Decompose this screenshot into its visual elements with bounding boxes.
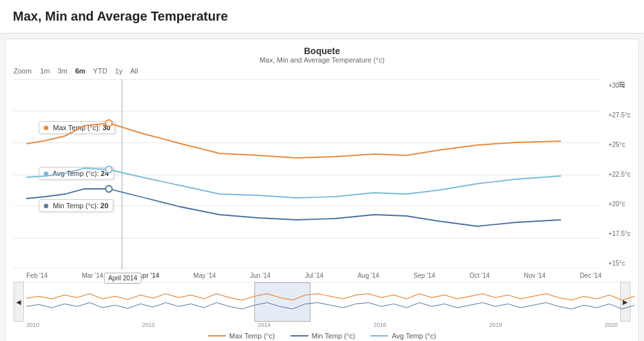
- x-label-nov: Nov '14: [524, 272, 546, 279]
- mini-x-2014: 2014: [258, 322, 270, 328]
- mini-min-line: [26, 302, 635, 309]
- chart-header: Boquete Max, Min and Average Temperature…: [14, 46, 630, 64]
- x-label-mar: Mar '14: [82, 272, 103, 279]
- chart-svg: [26, 79, 561, 269]
- x-label-may: May '14: [193, 272, 216, 279]
- zoom-1m[interactable]: 1m: [38, 66, 52, 75]
- mini-x-labels: 2010 2012 2014 2016 2018 2020: [14, 322, 630, 328]
- legend-max-temp: Max Temp (°c): [208, 332, 275, 340]
- page: Max, Min and Average Temperature ≡ Boque…: [0, 0, 644, 341]
- max-temp-crosshair-dot: [106, 120, 112, 126]
- y-label-275: +27.5°c: [609, 112, 630, 119]
- legend-avg-temp: Avg Temp (°c): [370, 332, 436, 340]
- y-axis-labels: +30°c +27.5°c +25°c +22.5°c +20°c +17.5°…: [609, 79, 630, 269]
- avg-temp-crosshair-dot: [106, 166, 112, 173]
- x-label-feb: Feb '14: [26, 272, 48, 279]
- y-label-15: +15°c: [609, 260, 630, 267]
- y-label-175: +17.5°c: [609, 230, 630, 237]
- mini-max-line: [26, 294, 635, 300]
- mini-x-2018: 2018: [489, 322, 502, 328]
- x-label-jun: Jun '14: [250, 272, 270, 279]
- y-label-20: +20°c: [609, 200, 630, 208]
- min-temp-crosshair-dot: [106, 186, 112, 192]
- zoom-6m[interactable]: 6m: [73, 66, 88, 75]
- min-temp-line: [26, 189, 561, 226]
- zoom-bar: Zoom 1m 3m 6m YTD 1y All: [14, 66, 630, 75]
- legend-avg-line: [370, 335, 388, 336]
- zoom-3m[interactable]: 3m: [55, 66, 69, 75]
- max-temp-line: [26, 123, 561, 158]
- legend-max-label: Max Temp (°c): [229, 332, 275, 340]
- legend-min-label: Min Temp (°c): [312, 332, 355, 340]
- x-label-dec: Dec '14: [580, 272, 601, 279]
- legend: Max Temp (°c) Min Temp (°c) Avg Temp (°c…: [14, 332, 630, 340]
- x-label-sep: Sep '14: [413, 272, 435, 279]
- mini-x-2016: 2016: [374, 322, 386, 328]
- avg-temp-line: [26, 168, 561, 198]
- legend-avg-label: Avg Temp (°c): [392, 332, 436, 340]
- legend-min-temp: Min Temp (°c): [290, 332, 355, 340]
- y-label-30: +30°c: [609, 82, 630, 89]
- y-label-225: +22.5°c: [609, 171, 630, 178]
- page-title: Max, Min and Average Temperature: [13, 9, 631, 24]
- mini-chart-svg: [26, 282, 635, 322]
- main-chart: April 2014 Max Temp (°c): 30 Avg Temp (°…: [14, 79, 630, 269]
- x-label-oct: Oct '14: [469, 272, 489, 279]
- legend-min-line: [290, 335, 308, 336]
- mini-chart-area: ◀ ▶: [14, 282, 630, 322]
- chart-location: Boquete: [14, 46, 630, 56]
- mini-x-2010: 2010: [26, 322, 39, 328]
- zoom-all[interactable]: All: [128, 66, 140, 75]
- zoom-ytd[interactable]: YTD: [91, 66, 109, 75]
- y-label-25: +25°c: [609, 141, 630, 148]
- chart-container: ≡ Boquete Max, Min and Average Temperatu…: [5, 39, 639, 341]
- zoom-1y[interactable]: 1y: [113, 66, 125, 75]
- x-label-jul: Jul '14: [305, 272, 323, 279]
- scroll-left-button[interactable]: ◀: [14, 282, 24, 322]
- title-bar: Max, Min and Average Temperature: [0, 0, 644, 34]
- chart-subtitle: Max, Min and Average Temperature (°c): [14, 56, 630, 64]
- x-label-aug: Aug '14: [357, 272, 379, 279]
- legend-max-line: [208, 335, 226, 336]
- mini-x-2012: 2012: [142, 322, 155, 328]
- zoom-label: Zoom: [14, 67, 32, 75]
- mini-x-2020: 2020: [605, 322, 618, 328]
